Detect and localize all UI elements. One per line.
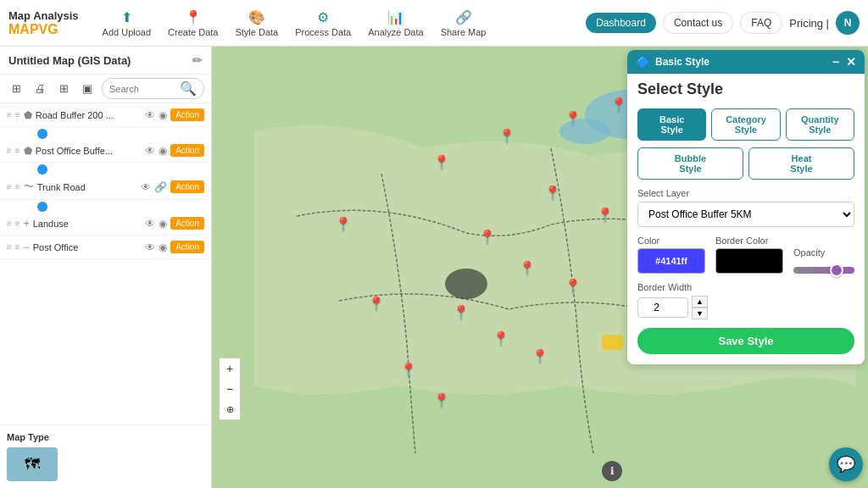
search-input[interactable] — [109, 84, 176, 94]
border-color-field: Border Color — [715, 236, 783, 274]
share-icon: 🔗 — [455, 9, 472, 25]
map-pin: 📍 — [433, 154, 450, 170]
color-picker[interactable]: #4141ff — [637, 248, 705, 274]
eye-icon[interactable]: 👁 — [145, 109, 155, 121]
faq-button[interactable]: FAQ — [740, 12, 782, 34]
basic-style-button[interactable]: BasicStyle — [637, 108, 706, 141]
map-pin: 📍 — [531, 348, 548, 364]
opacity-label: Opacity — [793, 247, 854, 258]
layer-type-icon: 〜 — [24, 180, 34, 194]
process-icon: ⚙ — [317, 9, 329, 25]
map-pin: 📍 — [565, 278, 581, 294]
sidebar-header: Untitled Map (GIS Data) ✏ — [0, 47, 211, 75]
spinner-down-button[interactable]: ▼ — [692, 308, 708, 319]
border-width-input[interactable] — [637, 297, 688, 318]
drag-handle-icon[interactable]: ≡ — [7, 242, 12, 252]
border-color-label: Border Color — [715, 236, 783, 246]
close-icon[interactable]: ✕ — [846, 55, 856, 69]
action-button[interactable]: Action — [170, 241, 204, 253]
nav-share-map[interactable]: 🔗 Share Map — [434, 6, 493, 41]
edit-icon[interactable]: ✏ — [192, 53, 203, 67]
border-color-picker[interactable] — [715, 248, 783, 274]
map-type-thumbnail[interactable]: 🗺 — [7, 447, 58, 481]
save-style-button[interactable]: Save Style — [637, 328, 854, 354]
heat-style-button[interactable]: HeatStyle — [748, 147, 854, 180]
style-panel-icon: 🔷 — [636, 55, 650, 69]
app-brand: MAPVG — [8, 22, 58, 37]
layer-type-icon: + — [24, 218, 30, 230]
sidebar-header-icons: ✏ — [192, 53, 203, 67]
action-button[interactable]: Action — [170, 108, 204, 121]
print-icon[interactable]: 🖨 — [31, 80, 49, 98]
eye-icon[interactable]: 👁 — [141, 181, 151, 193]
map-pin: 📍 — [479, 229, 496, 245]
opacity-field: Opacity — [793, 247, 854, 274]
drag-handle-icon[interactable]: ≡ — [7, 110, 12, 119]
bubble-style-button[interactable]: BubbleStyle — [637, 147, 743, 180]
zoom-reset-button[interactable]: ⊕ — [220, 399, 240, 419]
user-avatar[interactable]: N — [836, 11, 860, 35]
zoom-out-button[interactable]: − — [220, 379, 240, 399]
spinner-up-button[interactable]: ▲ — [692, 296, 708, 308]
analyze-icon: 📊 — [387, 9, 404, 25]
map-area[interactable]: 📍 📍 📍 📍 📍 📍 📍 📍 📍 📍 📍 📍 📍 📍 📍 📍 📍 📍 + − … — [212, 47, 868, 488]
layers-icon[interactable]: ⊞ — [54, 80, 73, 98]
opacity-slider[interactable] — [793, 267, 854, 274]
map-type-label: Map Type — [7, 432, 204, 442]
layer-actions: 👁 ◉ Action — [145, 144, 204, 157]
chat-bubble[interactable]: 💬 — [829, 447, 863, 481]
drag-handle-icon2[interactable]: ≡ — [15, 219, 20, 228]
opacity-thumb[interactable] — [830, 263, 843, 277]
nav-create-data[interactable]: 📍 Create Data — [161, 6, 225, 41]
layer-type-icon: ⬟ — [24, 145, 32, 157]
pricing-text[interactable]: Pricing | — [789, 17, 829, 30]
map-pin: 📍 — [335, 216, 352, 232]
layer-item: ≡ ≡ + Landuse 👁 ◉ Action — [0, 212, 211, 236]
map-pin: 📍 — [433, 392, 450, 408]
drag-handle-icon2[interactable]: ≡ — [15, 242, 20, 252]
app-title: Map Analysis — [8, 9, 79, 22]
layer-color-row — [0, 202, 211, 212]
action-button[interactable]: Action — [170, 180, 204, 193]
svg-point-5 — [445, 269, 487, 299]
visibility-icon[interactable]: ◉ — [159, 109, 167, 121]
map-pin: 📍 — [544, 185, 561, 201]
drag-handle-icon2[interactable]: ≡ — [15, 146, 20, 155]
layer-color-dot — [37, 202, 47, 212]
drag-handle-icon2[interactable]: ≡ — [15, 110, 20, 119]
visibility-icon[interactable]: ◉ — [159, 241, 167, 253]
chain-icon[interactable]: 🔗 — [154, 181, 167, 193]
zoom-fit-icon[interactable]: ⊞ — [7, 80, 25, 98]
dashboard-button[interactable]: Dashboard — [586, 13, 656, 33]
nav-style-data[interactable]: 🎨 Style Data — [228, 6, 285, 41]
drag-handle-icon[interactable]: ≡ — [7, 182, 12, 191]
search-box[interactable]: 🔍 — [102, 78, 204, 99]
contact-button[interactable]: Contact us — [663, 12, 733, 34]
eye-icon[interactable]: 👁 — [145, 241, 155, 253]
nav-add-upload[interactable]: ⬆ Add Upload — [96, 6, 159, 41]
layer-color-row — [0, 129, 211, 139]
settings-icon[interactable]: ▣ — [78, 80, 97, 98]
style-buttons-row2: BubbleStyle HeatStyle — [637, 147, 854, 180]
eye-icon[interactable]: 👁 — [145, 218, 155, 230]
visibility-icon[interactable]: ◉ — [159, 145, 167, 157]
quantity-style-button[interactable]: QuantityStyle — [786, 108, 854, 141]
color-row: Color #4141ff Border Color Opacity — [637, 236, 854, 274]
eye-icon[interactable]: 👁 — [145, 145, 155, 157]
visibility-icon[interactable]: ◉ — [159, 218, 167, 230]
category-style-button[interactable]: CategoryStyle — [711, 108, 780, 141]
action-button[interactable]: Action — [170, 217, 204, 230]
info-button[interactable]: ℹ — [602, 461, 622, 481]
nav-analyze-data[interactable]: 📊 Analyze Data — [361, 6, 430, 41]
border-width-section: Border Width ▲ ▼ — [637, 282, 854, 319]
drag-handle-icon[interactable]: ≡ — [7, 146, 12, 155]
select-layer-dropdown[interactable]: Post Office Buffer 5KM — [637, 202, 854, 227]
nav-process-data[interactable]: ⚙ Process Data — [288, 6, 358, 41]
minimize-icon[interactable]: − — [832, 55, 839, 69]
layer-actions: 👁 ◉ Action — [145, 108, 204, 121]
zoom-in-button[interactable]: + — [220, 358, 240, 379]
drag-handle-icon[interactable]: ≡ — [7, 219, 12, 228]
action-button[interactable]: Action — [170, 144, 204, 157]
drag-handle-icon2[interactable]: ≡ — [15, 182, 20, 191]
map-pin: 📍 — [519, 260, 536, 276]
